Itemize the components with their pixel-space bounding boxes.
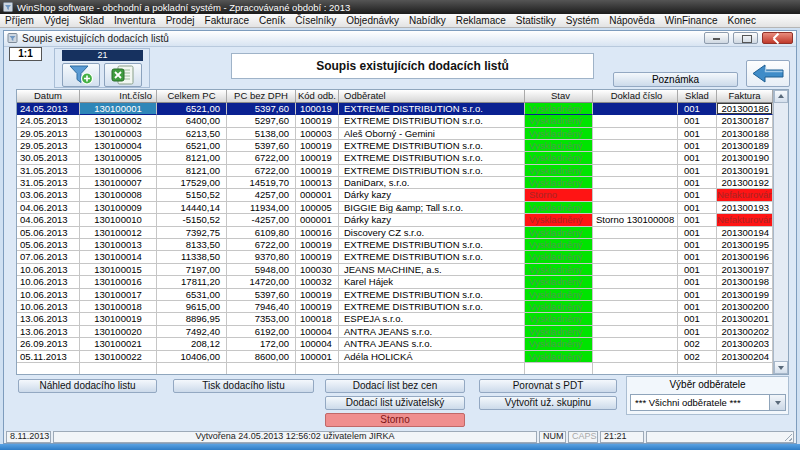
triangle-up-icon	[778, 94, 784, 98]
cell-kod: 100003	[296, 128, 339, 140]
table-row[interactable]: 24.05.20131301000016521,005397,60100019E…	[17, 103, 773, 115]
cell-doklad	[593, 351, 678, 363]
menu-item[interactable]: Ceník	[254, 14, 290, 27]
cell-datum: 10.06.2013	[17, 301, 80, 313]
export-excel-button[interactable]	[104, 63, 142, 87]
cell-stav: Vyskladněný	[525, 301, 593, 313]
scroll-up-button[interactable]	[774, 90, 788, 103]
storno-button[interactable]: Storno	[325, 413, 465, 427]
cell-sklad: 001	[678, 214, 717, 226]
menu-item[interactable]: Inventura	[109, 14, 161, 27]
table-row[interactable]: 13.06.20131301000207492,406192,00100004A…	[17, 326, 773, 338]
status-bar: 8.11.2013 Vytvořena 24.05.2013 12:56:02 …	[4, 431, 796, 443]
column-header[interactable]: Stav	[525, 90, 593, 103]
delivery-note-custom-button[interactable]: Dodací list uživatelský	[325, 396, 465, 410]
column-header[interactable]: Kód odb.	[296, 90, 339, 103]
child-window-titlebar[interactable]: Soupis existujících dodacích listů	[4, 31, 796, 47]
cell-celkem: 6521,00	[157, 103, 227, 115]
menu-item[interactable]: Systém	[561, 14, 604, 27]
table-row[interactable]: 10.06.20131301000176531,005397,60100019E…	[17, 289, 773, 301]
menu-item[interactable]: Prodej	[161, 14, 200, 27]
menu-item[interactable]: Fakturace	[200, 14, 254, 27]
maximize-button[interactable]	[733, 32, 758, 44]
cell-odberatel: Adéla HOLICKÁ	[339, 351, 525, 363]
cell-int: 130100007	[80, 177, 157, 189]
table-row[interactable]: 30.05.20131301000058121,006722,00100019E…	[17, 152, 773, 164]
scroll-down-button[interactable]	[774, 361, 788, 374]
menu-item[interactable]: Konec	[723, 14, 761, 27]
print-delivery-note-button[interactable]: Tisk dodacího listu	[173, 379, 314, 393]
menu-item[interactable]: Nabídky	[404, 14, 451, 27]
menu-item[interactable]: Statistiky	[511, 14, 561, 27]
vertical-scrollbar[interactable]	[773, 90, 788, 375]
cell-celkem: 6531,00	[157, 289, 227, 301]
add-filter-button[interactable]	[62, 63, 100, 87]
menu-item[interactable]: Sklad	[74, 14, 109, 27]
cell-celkem: 8121,00	[157, 165, 227, 177]
table-row[interactable]: 29.05.20131301000046521,005397,60100019E…	[17, 140, 773, 152]
cell-celkem: 17811,20	[157, 276, 227, 288]
column-header[interactable]: Faktura	[717, 90, 773, 103]
column-header[interactable]: Datum	[17, 90, 80, 103]
zoom-ratio-indicator: 1:1	[9, 47, 42, 61]
window-bottom-edge	[0, 444, 800, 450]
status-filler	[646, 431, 794, 443]
table-row[interactable]: 26.09.2013130100021208,12172,00100004ANT…	[17, 338, 773, 350]
cell-doklad	[593, 326, 678, 338]
cell-datum: 24.05.2013	[17, 103, 80, 115]
table-row[interactable]: 10.06.201313010001617811,2014720,0010003…	[17, 276, 773, 288]
cell-bez_dph: 9370,80	[227, 251, 296, 263]
table-row[interactable]: 05.11.201313010002210406,008600,00100001…	[17, 351, 773, 363]
column-header[interactable]: Odběratel	[339, 90, 525, 103]
minimize-button[interactable]	[704, 32, 729, 44]
table-row[interactable]: 31.05.20131301000068121,006722,00100019E…	[17, 165, 773, 177]
column-header[interactable]: Int.číslo	[80, 90, 157, 103]
table-row[interactable]: 10.06.20131301000189615,007946,40100019E…	[17, 301, 773, 313]
menu-item[interactable]: WinFinance	[660, 14, 723, 27]
column-header[interactable]: Doklad číslo	[593, 90, 678, 103]
table-row[interactable]: 10.06.20131301000157197,005948,00100030J…	[17, 264, 773, 276]
menu-item[interactable]: Reklamace	[451, 14, 511, 27]
table-row[interactable]: 04.06.201313010000914440,1411934,0010000…	[17, 202, 773, 214]
cell-kod: 100019	[296, 301, 339, 313]
table-row[interactable]: 05.06.20131301000127392,756109,80100016D…	[17, 227, 773, 239]
menu-item[interactable]: Objednávky	[341, 14, 404, 27]
back-button[interactable]	[746, 60, 790, 87]
menu-item[interactable]: Nápověda	[604, 14, 660, 27]
combo-dropdown-button[interactable]	[770, 394, 786, 411]
cell-faktura: 201300195	[717, 239, 773, 251]
cell-faktura: Nefakturován	[717, 214, 773, 226]
menu-item[interactable]: Číselníky	[290, 14, 341, 27]
window-icon	[7, 33, 18, 43]
compare-pdt-button[interactable]: Porovnat s PDT	[479, 379, 617, 393]
customer-select-value[interactable]: *** Všichni odběratele ***	[630, 394, 770, 411]
table-row[interactable]: 05.06.20131301000138133,506722,00100019E…	[17, 239, 773, 251]
table-row[interactable]: 03.06.20131301000085150,524257,00000001D…	[17, 189, 773, 201]
cell-odberatel: Karel Hájek	[339, 276, 525, 288]
create-user-group-button[interactable]: Vytvořit už. skupinu	[479, 396, 617, 410]
note-button[interactable]: Poznámka	[613, 72, 738, 87]
menu-item[interactable]: Příjem	[0, 14, 39, 27]
preview-delivery-note-button[interactable]: Náhled dodacího listu	[18, 379, 157, 393]
cell-sklad: 001	[678, 115, 717, 127]
delivery-note-no-prices-button[interactable]: Dodací list bez cen	[325, 379, 465, 393]
resize-grip[interactable]	[784, 433, 792, 441]
cell-datum	[17, 363, 80, 374]
table-row[interactable]: 29.05.20131301000036213,505138,00100003A…	[17, 128, 773, 140]
column-header[interactable]: PC bez DPH	[227, 90, 296, 103]
cell-stav: Vyskladněný	[525, 239, 593, 251]
table-row[interactable]: 13.06.20131301000198896,957353,00100018E…	[17, 313, 773, 325]
table-row[interactable]: 31.05.201313010000717529,0014519,7010001…	[17, 177, 773, 189]
table-row[interactable]: 04.06.2013130100010-5150,52-4257,0000000…	[17, 214, 773, 226]
cell-stav	[525, 363, 593, 374]
table-row[interactable]: 07.06.201313010001411338,509370,80100019…	[17, 251, 773, 263]
customer-select-combo[interactable]: *** Všichni odběratele ***	[630, 394, 786, 411]
close-button[interactable]	[762, 32, 793, 44]
menu-item[interactable]: Výdej	[39, 14, 74, 27]
column-header[interactable]: Sklad	[678, 90, 717, 103]
column-header[interactable]: Celkem PC	[157, 90, 227, 103]
cell-int: 130100019	[80, 313, 157, 325]
table-row[interactable]: 24.05.20131301000026400,005297,60100019E…	[17, 115, 773, 127]
cell-celkem: 10406,00	[157, 351, 227, 363]
cell-datum: 29.05.2013	[17, 140, 80, 152]
